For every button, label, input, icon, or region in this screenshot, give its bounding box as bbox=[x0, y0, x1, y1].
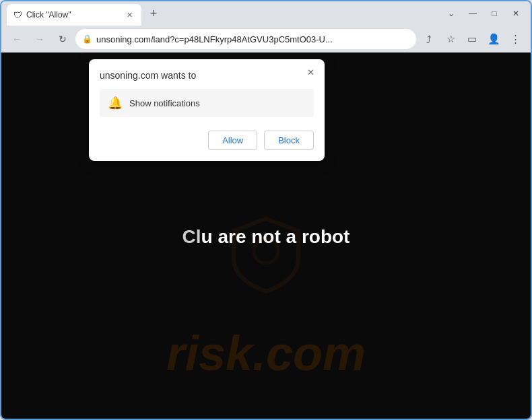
collapse-button[interactable]: ⌄ bbox=[442, 4, 461, 23]
sidebar-icon: ▭ bbox=[467, 33, 477, 45]
allow-button[interactable]: Allow bbox=[208, 131, 257, 150]
bookmark-icon: ☆ bbox=[446, 33, 455, 45]
profile-button[interactable]: 👤 bbox=[484, 29, 504, 49]
notification-label: Show notifications bbox=[129, 98, 200, 108]
menu-button[interactable]: ⋮ bbox=[505, 29, 525, 49]
popup-close-icon: ✕ bbox=[307, 67, 314, 77]
refresh-button[interactable]: ↻ bbox=[53, 29, 73, 49]
popup-actions: Allow Block bbox=[100, 131, 314, 150]
svg-point-0 bbox=[254, 239, 278, 263]
share-icon: ⤴ bbox=[426, 34, 432, 45]
bookmark-button[interactable]: ☆ bbox=[440, 29, 461, 49]
window-controls: ⌄ — □ ✕ bbox=[442, 4, 525, 23]
watermark-shield-icon bbox=[226, 215, 306, 295]
browser-content: Clu are not a robot risk.com ✕ unsoning.… bbox=[1, 53, 531, 420]
back-button[interactable]: ← bbox=[7, 29, 27, 49]
maximize-button[interactable]: □ bbox=[485, 4, 504, 23]
popup-notification-row: 🔔 Show notifications bbox=[100, 89, 314, 117]
sidebar-button[interactable]: ▭ bbox=[462, 29, 482, 49]
notification-popup: ✕ unsoning.com wants to 🔔 Show notificat… bbox=[89, 59, 325, 161]
tab-close-button[interactable]: ✕ bbox=[124, 9, 135, 20]
close-window-button[interactable]: ✕ bbox=[506, 4, 525, 23]
watermark-text: risk.com bbox=[166, 326, 366, 381]
url-text: unsoning.com/land?c=p48LNFkyrp48AtGVU3pC… bbox=[96, 34, 409, 44]
browser-tab[interactable]: 🛡 Click "Allow" ✕ bbox=[7, 4, 141, 26]
tab-favicon: 🛡 bbox=[13, 10, 22, 20]
new-tab-button[interactable]: + bbox=[144, 4, 163, 23]
title-bar: 🛡 Click "Allow" ✕ + ⌄ — □ ✕ bbox=[1, 1, 531, 26]
popup-close-button[interactable]: ✕ bbox=[303, 65, 318, 79]
share-button[interactable]: ⤴ bbox=[419, 29, 439, 49]
menu-icon: ⋮ bbox=[510, 33, 521, 45]
refresh-icon: ↻ bbox=[59, 34, 67, 44]
forward-button[interactable]: → bbox=[30, 29, 50, 49]
tab-title: Click "Allow" bbox=[26, 10, 71, 20]
forward-icon: → bbox=[35, 34, 44, 44]
minimize-button[interactable]: — bbox=[463, 4, 482, 23]
profile-icon: 👤 bbox=[488, 33, 500, 45]
bell-icon: 🔔 bbox=[108, 96, 123, 110]
toolbar-icons: ⤴ ☆ ▭ 👤 ⋮ bbox=[419, 29, 525, 49]
back-icon: ← bbox=[12, 34, 22, 44]
lock-icon: 🔒 bbox=[82, 34, 92, 44]
address-bar-row: ← → ↻ 🔒 unsoning.com/land?c=p48LNFkyrp48… bbox=[1, 26, 531, 53]
popup-title: unsoning.com wants to bbox=[100, 70, 314, 81]
block-button[interactable]: Block bbox=[264, 131, 314, 150]
address-bar[interactable]: 🔒 unsoning.com/land?c=p48LNFkyrp48AtGVU3… bbox=[75, 29, 416, 49]
